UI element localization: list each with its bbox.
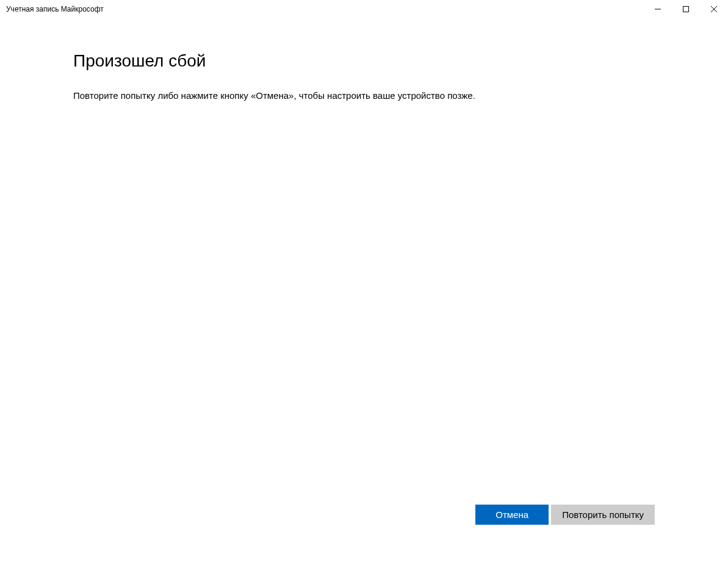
cancel-button[interactable]: Отмена <box>475 505 549 525</box>
close-button[interactable] <box>700 0 728 18</box>
page-heading: Произошел сбой <box>73 51 655 71</box>
close-icon <box>711 4 717 15</box>
maximize-icon <box>683 4 689 15</box>
titlebar: Учетная запись Майкрософт <box>0 0 728 18</box>
footer-buttons: Отмена Повторить попытку <box>475 505 655 525</box>
minimize-button[interactable] <box>644 0 672 18</box>
retry-button[interactable]: Повторить попытку <box>551 505 655 525</box>
error-message: Повторите попытку либо нажмите кнопку «О… <box>73 89 655 102</box>
svg-rect-1 <box>683 7 689 12</box>
main-content: Произошел сбой Повторите попытку либо на… <box>0 18 728 102</box>
maximize-button[interactable] <box>672 0 700 18</box>
minimize-icon <box>655 4 661 15</box>
window-title: Учетная запись Майкрософт <box>6 5 104 13</box>
titlebar-controls <box>644 0 728 18</box>
